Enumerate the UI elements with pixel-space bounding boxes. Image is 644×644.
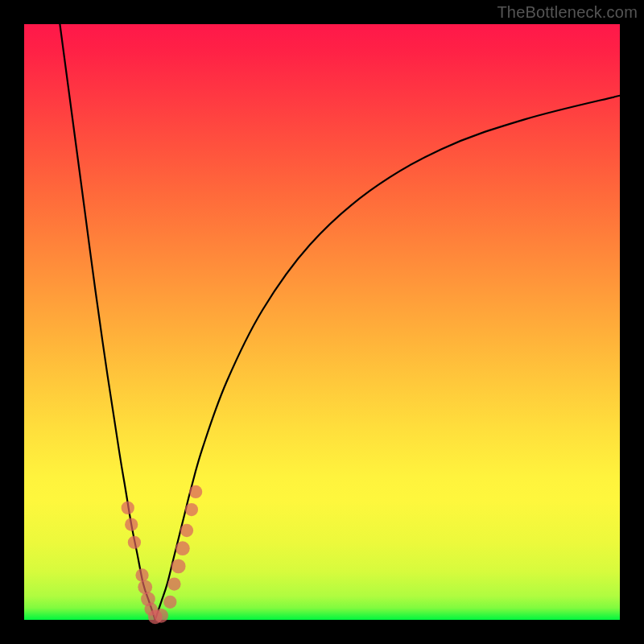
data-marker (135, 568, 148, 581)
data-marker (175, 541, 190, 555)
data-marker (167, 577, 180, 590)
marker-layer (122, 485, 203, 624)
data-marker (128, 536, 141, 549)
data-marker (122, 502, 134, 514)
left-curve (60, 24, 155, 620)
curve-layer (60, 24, 620, 620)
data-marker (163, 596, 176, 609)
right-curve (155, 96, 620, 620)
data-marker (189, 485, 202, 498)
data-marker (125, 518, 138, 530)
chart-svg (24, 24, 620, 620)
data-marker (185, 503, 198, 516)
watermark-text: TheBottleneck.com (497, 3, 638, 22)
data-marker (138, 580, 152, 594)
chart-frame: TheBottleneck.com (0, 0, 644, 644)
data-marker (154, 609, 168, 623)
plot-area (24, 24, 620, 620)
data-marker (180, 524, 193, 537)
data-marker (171, 559, 186, 574)
